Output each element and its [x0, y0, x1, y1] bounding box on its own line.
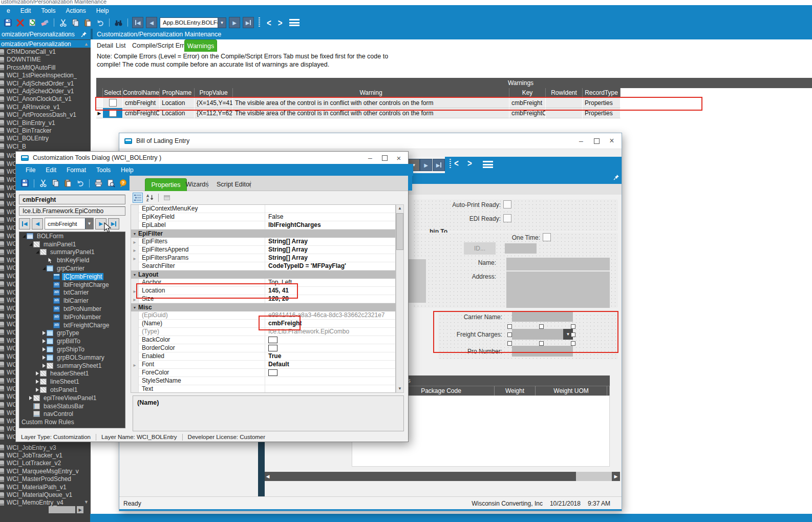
collapsed-icon[interactable]: [35, 380, 40, 384]
sidebar-item[interactable]: WCI_ARInvoice_v1: [0, 103, 91, 111]
name-field[interactable]: [506, 258, 610, 270]
forward-icon[interactable]: >: [465, 158, 474, 169]
expand-icon[interactable]: ▸: [131, 238, 139, 246]
tab-script-editor[interactable]: Script Editor: [209, 178, 259, 191]
sidebar-item[interactable]: WCI_MemoEntry_v4: [0, 499, 91, 507]
prev-record-button[interactable]: ◀: [146, 17, 157, 28]
tree-item-summarypanel1[interactable]: summaryPanel1: [19, 248, 125, 257]
chevron-down-icon[interactable]: ▼: [218, 18, 226, 28]
tab-warnings[interactable]: Warnings: [184, 39, 217, 52]
tree-item-grpcarrier[interactable]: grpCarrier: [19, 264, 125, 273]
property-value[interactable]: String[] Array: [265, 246, 395, 254]
maximize-icon[interactable]: [589, 133, 604, 149]
collapsed-icon[interactable]: [41, 347, 47, 351]
search-icon[interactable]: [114, 18, 123, 28]
tab-list[interactable]: List: [116, 42, 125, 49]
sidebar-item[interactable]: WCI_AnonClockOut_v1: [0, 95, 91, 103]
property-category-misc[interactable]: ▼Misc: [131, 303, 395, 311]
selection-handle[interactable]: [571, 324, 575, 329]
selection-handle[interactable]: [539, 341, 544, 346]
property-row-name[interactable]: (Name)cmbFreight: [131, 320, 395, 328]
id-button[interactable]: ID...: [464, 242, 496, 255]
tree-item-btnkeyfield[interactable]: btnKeyField: [19, 256, 125, 264]
property-row-stylesetname[interactable]: StyleSetName: [131, 377, 395, 385]
first-record-button[interactable]: ◀: [132, 17, 143, 28]
pin-icon[interactable]: [81, 31, 87, 37]
property-row-text[interactable]: Text: [131, 385, 395, 393]
property-value[interactable]: Ice.Lib.Framework.EpiCombo: [265, 328, 395, 336]
table-row[interactable]: ▶cmbFreightCharLocation{X=112,Y=62}The v…: [96, 108, 621, 118]
property-row-anchor[interactable]: AnchorTop, Left: [131, 279, 395, 287]
sidebar-hscroll-right-icon[interactable]: ▶: [77, 506, 83, 513]
edi-checkbox[interactable]: [503, 214, 511, 222]
expanded-icon[interactable]: [41, 267, 47, 270]
property-row-font[interactable]: ▸FontDefault: [131, 361, 395, 369]
sidebar-item[interactable]: WCI_MaterialPath_v1: [0, 483, 91, 491]
selection-handle[interactable]: [571, 332, 575, 337]
collapse-icon[interactable]: ▼: [131, 303, 138, 311]
property-value[interactable]: [265, 336, 395, 344]
sidebar-item[interactable]: WCI_MaterialQueue_v1: [0, 491, 91, 498]
expand-icon[interactable]: ▸: [131, 295, 139, 303]
undo-icon[interactable]: [75, 178, 85, 188]
scroll-left-icon[interactable]: ◀: [264, 472, 272, 481]
collapsed-icon[interactable]: [41, 331, 47, 335]
prev-record-button[interactable]: ◀: [32, 218, 43, 229]
sidebar-item[interactable]: PrcssMtlQAutoFill: [0, 64, 91, 71]
property-row-size[interactable]: ▸Size120, 20: [131, 295, 395, 303]
control-combo[interactable]: cmbFreight ▼: [45, 218, 94, 229]
property-row-searchfilter[interactable]: SearchFilterCodeTypeID = 'MFPayFlag': [131, 262, 395, 270]
scrollbar-thumb[interactable]: [272, 472, 576, 481]
cut-icon[interactable]: [38, 178, 48, 188]
property-row-type[interactable]: (Type)Ice.Lib.Framework.EpiCombo: [131, 328, 395, 336]
sidebar-item[interactable]: WCI_MasterProdSched: [0, 475, 91, 483]
help-icon[interactable]: ?: [118, 178, 128, 188]
property-row-epiguid[interactable]: (EpiGuid)e9841416-a8a3-46ca-8dc3-83662c2…: [131, 311, 395, 320]
menu-item-edit[interactable]: Edit: [16, 6, 36, 15]
tree-item-ccmbfreight[interactable]: [C]cmbFreight: [19, 273, 125, 281]
property-value[interactable]: 120, 20: [265, 295, 395, 303]
property-pages-icon[interactable]: [162, 193, 172, 203]
property-value[interactable]: String[] Array: [265, 254, 395, 262]
row-checkbox[interactable]: [109, 109, 117, 117]
property-value[interactable]: lblFreightCharges: [265, 221, 395, 229]
undo-icon[interactable]: [95, 18, 105, 28]
collapsed-icon[interactable]: [41, 364, 47, 368]
auto-print-checkbox[interactable]: [503, 200, 511, 208]
sidebar-item[interactable]: WCI_AdjSchedOrder_v1: [0, 87, 91, 95]
tree-item-grpbillto[interactable]: grpBillTo: [19, 337, 125, 345]
pro-number-field[interactable]: [512, 346, 573, 357]
property-value[interactable]: [265, 377, 395, 385]
save-icon[interactable]: [3, 18, 13, 28]
selection-handle[interactable]: [507, 341, 512, 346]
sidebar-item-selected[interactable]: omization/Personalization ▲: [0, 40, 91, 48]
next-record-button[interactable]: ▶: [420, 159, 432, 171]
scrollbar-thumb[interactable]: [396, 213, 403, 250]
menu-item-help[interactable]: Help: [92, 6, 114, 15]
property-value[interactable]: [265, 369, 395, 377]
first-record-button[interactable]: ◀: [19, 218, 30, 229]
save-icon[interactable]: [20, 178, 30, 188]
back-icon[interactable]: <: [452, 158, 461, 169]
property-row-enabled[interactable]: EnabledTrue: [131, 352, 395, 361]
tree-item-basestatusbar[interactable]: baseStatusBar: [19, 402, 125, 410]
tree-item-summarysheet1[interactable]: summarySheet1: [19, 362, 125, 370]
selection-handle[interactable]: [507, 332, 512, 337]
expanded-icon[interactable]: [22, 235, 27, 238]
menu-item-tools[interactable]: Tools: [36, 6, 60, 15]
dialog-titlebar[interactable]: Customization Tools Dialog (WCI_BOLEntry…: [16, 152, 408, 164]
collapsed-icon[interactable]: [35, 388, 40, 392]
property-row-epikeyfield[interactable]: EpiKeyFieldFalse: [131, 213, 395, 221]
scroll-down-icon[interactable]: ▼: [84, 499, 89, 505]
collapsed-icon[interactable]: [41, 356, 47, 360]
sidebar-item[interactable]: WCI_BinTracker: [0, 127, 91, 134]
table-row[interactable]: cmbFreightLocation{X=145,Y=41}The visibl…: [96, 98, 621, 108]
categorized-icon[interactable]: [133, 193, 143, 203]
tree-item-txtfreightcharge[interactable]: txtFreightCharge: [19, 321, 125, 329]
dialog-menu-tools[interactable]: Tools: [92, 165, 115, 175]
expanded-icon[interactable]: [28, 243, 33, 246]
expand-icon[interactable]: ▸: [131, 246, 139, 254]
property-row-epifiltersparams[interactable]: ▸EpiFiltersParamsString[] Array: [131, 254, 395, 262]
minimize-icon[interactable]: –: [363, 152, 377, 164]
sidebar-item[interactable]: WCI_MarqueeMsgEntry_v: [0, 467, 91, 475]
